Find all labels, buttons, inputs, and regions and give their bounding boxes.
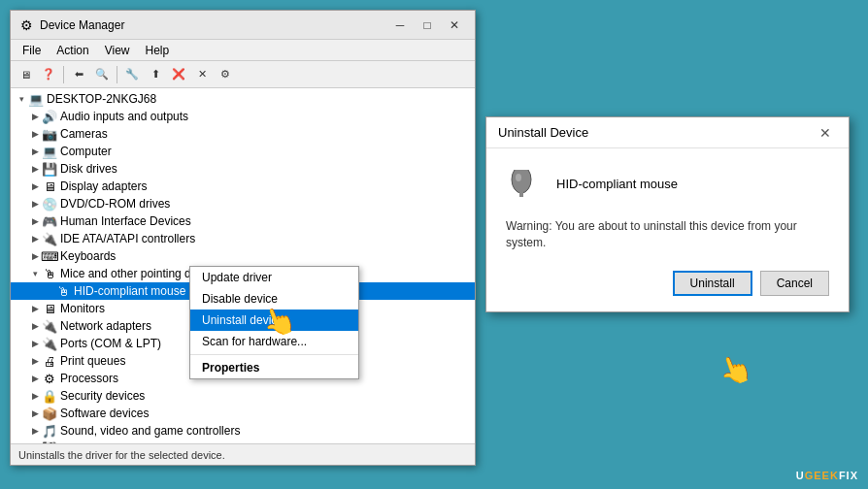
watermark: UGEEKFIX <box>796 470 858 481</box>
item-icon: ⚙ <box>42 371 57 386</box>
dm-titlebar: ⚙ Device Manager ─ □ ✕ <box>11 11 475 40</box>
expand-icon: ▶ <box>28 319 42 333</box>
ctx-properties[interactable]: Properties <box>190 357 358 378</box>
expand-icon: ▶ <box>28 441 42 443</box>
item-label: Processors <box>60 372 118 385</box>
item-icon: 📦 <box>42 406 57 421</box>
ctx-disable-device[interactable]: Disable device <box>190 288 358 310</box>
tb-btn-2[interactable]: ❓ <box>38 64 59 85</box>
item-icon: 💾 <box>42 161 57 177</box>
tb-btn-5[interactable]: 🔧 <box>121 64 143 85</box>
ud-body: HID-compliant mouse Warning: You are abo… <box>486 148 849 311</box>
dm-window-controls: ─ □ ✕ <box>387 16 467 35</box>
list-item[interactable]: ▶ ⌨ Keyboards <box>11 247 475 265</box>
minimize-button[interactable]: ─ <box>387 16 413 35</box>
expand-icon: ▶ <box>28 110 42 123</box>
ud-warning-text: Warning: You are about to uninstall this… <box>506 218 829 251</box>
expand-icon: ▶ <box>28 354 42 368</box>
list-item[interactable]: ▶ 🔌 IDE ATA/ATAPI controllers <box>11 230 475 247</box>
ud-device-row: HID-compliant mouse <box>506 164 829 203</box>
list-item[interactable]: ▶ 🎮 Human Interface Devices <box>11 212 475 230</box>
dm-title: Device Manager <box>40 18 387 32</box>
expand-icon: ▶ <box>28 337 42 350</box>
context-menu: Update driver Disable device Uninstall d… <box>189 266 359 379</box>
list-item[interactable]: ▶ 📷 Cameras <box>11 125 475 143</box>
cursor-hand-2-icon: 👆 <box>714 349 756 391</box>
item-icon: ⌨ <box>42 248 57 264</box>
list-item[interactable]: ▶ 🖥 Display adapters <box>11 178 475 195</box>
menu-view[interactable]: View <box>97 42 138 59</box>
expand-icon: ▶ <box>28 389 42 403</box>
expand-icon: ▶ <box>28 127 42 141</box>
list-item[interactable]: ▶ 📦 Software devices <box>11 405 475 422</box>
uninstall-button[interactable]: Uninstall <box>673 271 752 296</box>
item-label: Software devices <box>60 407 149 420</box>
menu-file[interactable]: File <box>15 42 49 59</box>
hid-mouse-icon: 🖱 <box>55 283 71 299</box>
list-item[interactable]: ▶ 💻 Computer <box>11 143 475 160</box>
item-icon: 🔌 <box>42 231 57 246</box>
list-item[interactable]: ▶ 🎵 Sound, video and game controllers <box>11 422 475 440</box>
item-label: Computer <box>60 145 112 158</box>
ctx-scan-hardware[interactable]: Scan for hardware... <box>190 331 358 352</box>
ctx-update-driver[interactable]: Update driver <box>190 267 358 288</box>
expand-icon: ▶ <box>28 179 42 193</box>
dm-statusbar: Uninstalls the driver for the selected d… <box>11 443 475 465</box>
item-label: Monitors <box>60 302 105 315</box>
ctx-uninstall-device[interactable]: Uninstall device <box>190 310 358 331</box>
menu-action[interactable]: Action <box>49 42 96 59</box>
tb-btn-7[interactable]: ❌ <box>168 64 189 85</box>
ud-titlebar: Uninstall Device ✕ <box>486 117 849 148</box>
cancel-button[interactable]: Cancel <box>760 271 829 296</box>
item-label: Storage controllers <box>60 441 158 443</box>
item-label: Network adapters <box>60 319 151 333</box>
device-manager-window: ⚙ Device Manager ─ □ ✕ File Action View … <box>10 10 476 466</box>
item-icon: 🎮 <box>42 213 57 229</box>
tb-btn-4[interactable]: 🔍 <box>91 64 113 85</box>
expand-icon: ▾ <box>28 267 42 280</box>
watermark-geek: GEEK <box>805 470 839 481</box>
list-item[interactable]: ▶ 💾 Storage controllers <box>11 440 475 443</box>
item-label: Ports (COM & LPT) <box>60 337 161 350</box>
root-label: DESKTOP-2NKGJ68 <box>47 92 156 106</box>
ud-close-button[interactable]: ✕ <box>814 121 837 145</box>
root-expand-icon: ▾ <box>15 92 28 106</box>
item-icon: 🔌 <box>42 318 57 334</box>
svg-point-0 <box>512 170 531 193</box>
tb-btn-1[interactable]: 🖥 <box>15 64 36 85</box>
tb-btn-3[interactable]: ⬅ <box>68 64 89 85</box>
tb-btn-9[interactable]: ⚙ <box>215 64 236 85</box>
item-icon: 🔌 <box>42 336 57 351</box>
item-icon: 🔊 <box>42 109 57 124</box>
close-button[interactable]: ✕ <box>442 16 467 35</box>
tree-root-item[interactable]: ▾ 💻 DESKTOP-2NKGJ68 <box>11 90 475 108</box>
tb-btn-8[interactable]: ✕ <box>191 64 213 85</box>
item-label: Sound, video and game controllers <box>60 424 240 438</box>
item-label: IDE ATA/ATAPI controllers <box>60 232 195 245</box>
expand-icon <box>42 284 55 298</box>
ud-title: Uninstall Device <box>498 125 814 140</box>
item-label: Disk drives <box>60 162 117 176</box>
menu-help[interactable]: Help <box>138 42 178 59</box>
item-icon: 💻 <box>42 144 57 159</box>
hid-mouse-label: HID-compliant mouse <box>74 284 185 298</box>
expand-icon: ▶ <box>28 162 42 176</box>
tb-btn-6[interactable]: ⬆ <box>145 64 166 85</box>
item-label: Cameras <box>60 127 108 141</box>
item-icon: 🎵 <box>42 423 57 439</box>
list-item[interactable]: ▶ 💿 DVD/CD-ROM drives <box>11 195 475 212</box>
list-item[interactable]: ▶ 🔒 Security devices <box>11 387 475 405</box>
ud-device-name: HID-compliant mouse <box>556 177 678 191</box>
list-item[interactable]: ▶ 💾 Disk drives <box>11 160 475 178</box>
dm-menubar: File Action View Help <box>11 40 475 61</box>
ctx-separator <box>190 354 358 355</box>
expand-icon: ▶ <box>28 232 42 245</box>
item-icon: 💿 <box>42 196 57 212</box>
dm-toolbar: 🖥 ❓ ⬅ 🔍 🔧 ⬆ ❌ ✕ ⚙ <box>11 61 475 88</box>
item-icon: 💾 <box>42 440 57 443</box>
item-icon: 🖨 <box>42 353 57 369</box>
expand-icon: ▶ <box>28 302 42 315</box>
item-label: Display adapters <box>60 179 147 193</box>
list-item[interactable]: ▶ 🔊 Audio inputs and outputs <box>11 108 475 125</box>
maximize-button[interactable]: □ <box>415 16 440 35</box>
